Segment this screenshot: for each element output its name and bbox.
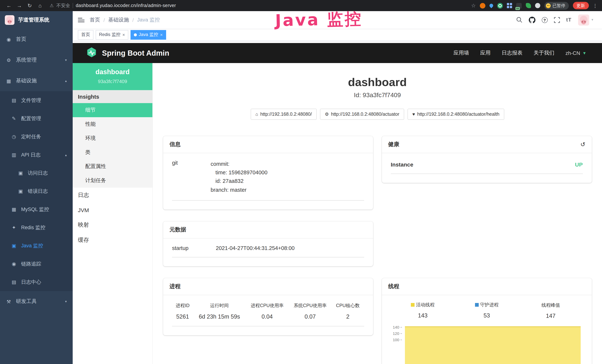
metadata-card-header: 元数据: [163, 221, 373, 238]
extension-icon-grid[interactable]: [507, 3, 512, 8]
y-axis-tick: 140: [391, 325, 402, 329]
extension-icon-droplet[interactable]: [489, 3, 494, 8]
insights-item-config-props[interactable]: 配置属性: [73, 160, 152, 173]
active-tab-dot: [134, 33, 137, 36]
bookmark-star-icon[interactable]: ☆: [471, 3, 476, 9]
process-col-header: 进程CPU使用率: [246, 302, 289, 313]
tab-close-icon[interactable]: ×: [122, 32, 125, 37]
sidebar-item-infrastructure[interactable]: ▦ 基础设施 ▴: [0, 70, 73, 91]
sidebar-toggle-icon[interactable]: [78, 18, 85, 22]
actuator-url-button[interactable]: ⚙ http://192.168.0.2:48080/actuator: [320, 109, 404, 120]
url-text[interactable]: dashboard.yudao.iocoder.cn/infra/admin-s…: [76, 3, 176, 8]
sidebar-item-config-mgmt[interactable]: ✎ 配置管理: [0, 109, 73, 128]
sidebar-item-api-logs[interactable]: ▥ API 日志 ▴: [0, 146, 73, 164]
github-icon[interactable]: [529, 17, 536, 23]
insights-item-classes[interactable]: 类: [73, 145, 152, 160]
sidebar-item-access-logs[interactable]: ▣ 访问日志: [0, 164, 73, 182]
locale-select[interactable]: zh-CN ▼: [566, 50, 586, 56]
extension-icon-paw[interactable]: [535, 3, 540, 8]
user-menu[interactable]: ▼: [578, 14, 594, 25]
process-col-header: 运行时间: [193, 302, 246, 313]
reload-icon[interactable]: ↻: [25, 3, 34, 9]
fullscreen-icon[interactable]: [554, 17, 560, 23]
status-badge: UP: [575, 161, 583, 168]
locale-label: zh-CN: [566, 50, 580, 56]
browser-menu-icon[interactable]: ⋮: [593, 3, 598, 8]
browser-update-button[interactable]: 更新: [573, 2, 589, 9]
threads-card-title: 线程: [388, 283, 399, 290]
sba-nav-journal[interactable]: 日志报表: [502, 50, 522, 56]
nav-item-caches[interactable]: 缓存: [73, 233, 152, 248]
tools-icon: ⚒: [6, 299, 11, 304]
tab-home[interactable]: 首页: [78, 30, 93, 40]
extension-icon-orange[interactable]: [480, 3, 485, 8]
insights-item-environment[interactable]: 环境: [73, 131, 152, 145]
api-log-icon: ▥: [11, 152, 17, 158]
info-line: id: 27aa832: [211, 177, 268, 186]
y-axis-tick: 100: [391, 338, 402, 342]
gear-icon: ⚙: [6, 57, 11, 63]
search-icon[interactable]: [516, 17, 522, 23]
sba-nav-applications[interactable]: 应用: [480, 50, 491, 56]
extension-icon-switch[interactable]: on: [516, 3, 522, 8]
avatar: [578, 14, 589, 25]
nav-item-jvm[interactable]: JVM: [73, 203, 152, 217]
instance-header[interactable]: dashboard 93a3fc7f7409: [73, 63, 152, 90]
help-icon[interactable]: ?: [542, 17, 548, 23]
sidebar-item-label: 定时任务: [21, 133, 41, 140]
brand-name: 芋道管理系统: [18, 17, 49, 23]
infrastructure-icon: ▦: [6, 78, 11, 84]
security-warning-icon: ⚠: [50, 3, 54, 8]
legend-swatch-yellow: [411, 303, 415, 307]
sba-nav-wallboard[interactable]: 应用墙: [453, 50, 469, 56]
service-url-button[interactable]: ⌂ http://192.168.0.2:48080/: [250, 109, 317, 120]
extension-icon-green-circle[interactable]: [497, 3, 503, 8]
sidebar-item-scheduled-jobs[interactable]: ◷ 定时任务: [0, 128, 73, 146]
insights-item-performance[interactable]: 性能: [73, 117, 152, 131]
forward-icon[interactable]: →: [15, 3, 24, 9]
breadcrumb-item[interactable]: 基础设施: [108, 17, 129, 23]
sidebar-item-home[interactable]: ◉ 首页: [0, 29, 73, 50]
sidebar-item-devtools[interactable]: ⚒ 研发工具 ▾: [0, 291, 73, 312]
sidebar-item-log-center[interactable]: ▤ 日志中心: [0, 273, 73, 291]
back-icon[interactable]: ←: [4, 3, 13, 9]
chevron-down-icon: ▾: [65, 300, 67, 303]
nav-item-logs[interactable]: 日志: [73, 188, 152, 203]
insights-item-scheduled-tasks[interactable]: 计划任务: [73, 173, 152, 188]
nav-item-mappings[interactable]: 映射: [73, 217, 152, 233]
sba-nav-about[interactable]: 关于我们: [534, 50, 554, 56]
sidebar-item-redis-monitor[interactable]: ✦ Redis 监控: [0, 218, 73, 237]
process-col-header: 进程ID: [172, 302, 193, 313]
address-bar[interactable]: ⚠ 不安全 dashboard.yudao.iocoder.cn/infra/a…: [50, 2, 176, 9]
extension-icon-leaf[interactable]: [526, 3, 531, 8]
java-monitor-icon: ▣: [11, 243, 17, 248]
sidebar-submenu-infrastructure: ▤ 文件管理 ✎ 配置管理 ◷ 定时任务 ▥ API 日志 ▴: [0, 91, 73, 291]
sidebar-item-system-mgmt[interactable]: ⚙ 系统管理 ▾: [0, 50, 73, 70]
sidebar-item-mysql-monitor[interactable]: ▦ MySQL 监控: [0, 200, 73, 218]
browser-home-icon[interactable]: ⌂: [36, 3, 44, 9]
metadata-card-title: 元数据: [170, 226, 186, 233]
sidebar-item-label: Java 监控: [21, 242, 43, 249]
breadcrumb-item[interactable]: 首页: [90, 17, 100, 23]
sidebar-item-error-logs[interactable]: ▣ 错误日志: [0, 182, 73, 200]
sidebar-item-java-monitor[interactable]: ▣ Java 监控: [0, 237, 73, 255]
sidebar-item-file-mgmt[interactable]: ▤ 文件管理: [0, 91, 73, 109]
paused-badge[interactable]: 已暂停: [544, 2, 569, 10]
extension-on-badge: on: [516, 7, 520, 10]
tab-redis-monitor[interactable]: Redis 监控 ×: [96, 30, 128, 40]
tab-java-monitor[interactable]: Java 监控 ×: [130, 30, 166, 40]
insights-item-details[interactable]: 细节: [73, 103, 152, 117]
metadata-key: startup: [172, 245, 216, 251]
legend-label: 线程峰值: [541, 302, 560, 309]
font-size-icon[interactable]: tT: [566, 17, 572, 23]
health-instance-label: Instance: [391, 161, 413, 168]
health-instance-row[interactable]: Instance UP: [391, 160, 583, 174]
sidebar-item-trace[interactable]: ◉ 链路追踪: [0, 255, 73, 273]
health-url-button[interactable]: ♥ http://192.168.0.2:48080/actuator/heal…: [408, 109, 504, 120]
file-icon: ▤: [11, 97, 17, 103]
tab-close-icon[interactable]: ×: [160, 32, 163, 37]
history-icon[interactable]: ↺: [580, 141, 585, 148]
health-card: 健康 ↺ Instance UP: [382, 136, 592, 183]
sidebar-item-label: 访问日志: [28, 170, 48, 176]
address-divider: [73, 3, 73, 8]
